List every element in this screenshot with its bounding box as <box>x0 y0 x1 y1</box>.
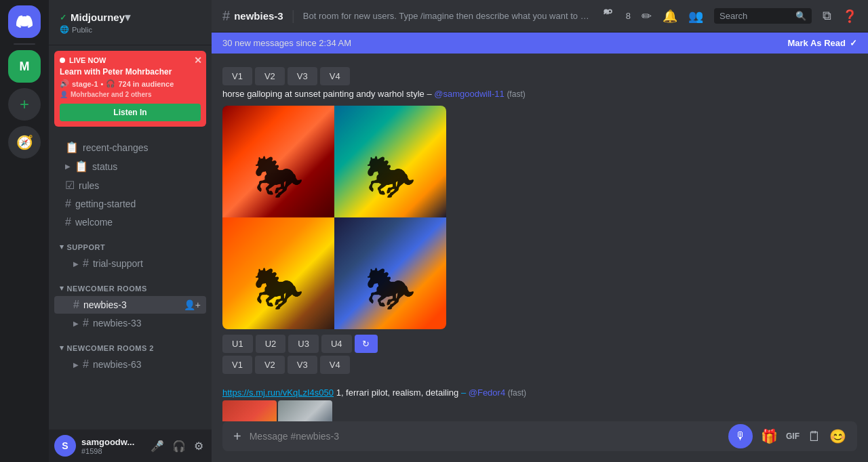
members-list-icon[interactable]: 👥 <box>688 9 703 24</box>
listen-in-button[interactable]: Listen In <box>60 104 201 121</box>
expand-arrow-icon: ▶ <box>73 361 79 369</box>
channel-label: recent-changes <box>83 142 149 153</box>
sidebar-item-status[interactable]: ▶ 📋 status <box>54 157 206 175</box>
v1-button[interactable]: V1 <box>222 356 252 374</box>
collapse-icon: ▾ <box>60 343 64 352</box>
channel-header: # newbies-3 | Bot room for new users. Ty… <box>212 0 868 33</box>
sidebar-item-getting-started[interactable]: # getting-started <box>54 195 206 213</box>
message-description: 1, ferrari pilot, realism, detailing <box>336 387 461 398</box>
channel-label: newbies-63 <box>93 359 142 370</box>
partial-img-1 <box>222 400 277 421</box>
add-member-icon: 👤+ <box>184 299 201 310</box>
channel-label: rules <box>79 180 99 191</box>
sidebar-item-recent-changes[interactable]: 📋 recent-changes <box>54 138 206 156</box>
horse-image-4: 🐎 <box>334 217 446 329</box>
message-link[interactable]: https://s.mj.run/vKqLzI4s050 <box>222 387 334 398</box>
message-input[interactable] <box>250 423 723 449</box>
refresh-button[interactable]: ↻ <box>355 335 378 353</box>
prompt-text: horse galloping at sunset painting andy … <box>222 89 425 99</box>
section-header-newcomer-rooms[interactable]: ▾ NEWCOMER ROOMS <box>49 273 212 295</box>
v4-button-top[interactable]: V4 <box>320 67 350 85</box>
add-attachment-button[interactable]: + <box>231 422 244 451</box>
u3-button[interactable]: U3 <box>288 335 319 353</box>
new-messages-banner[interactable]: 30 new messages since 2:34 AM Mark As Re… <box>212 33 868 54</box>
sidebar-item-newbies-3[interactable]: # newbies-3 👤+ <box>54 296 206 314</box>
live-close-button[interactable]: ✕ <box>194 55 202 66</box>
v1-button-top[interactable]: V1 <box>222 67 252 85</box>
sticker-button[interactable]: 🗒 <box>805 422 824 451</box>
mark-read-icon: ✓ <box>850 38 857 48</box>
section-header-support[interactable]: ▾ SUPPORT <box>49 232 212 254</box>
search-icon: 🔍 <box>795 11 806 21</box>
sidebar-item-newbies-63[interactable]: ▶ # newbies-63 <box>54 356 206 373</box>
mention-fedor[interactable]: @Fedor4 <box>469 387 505 398</box>
server-sidebar: M + 🧭 <box>0 0 49 462</box>
v3-button[interactable]: V3 <box>288 356 317 374</box>
image-grid: 🐎 🐎 🐎 🐎 <box>222 106 446 329</box>
section-header-newcomer-rooms-2[interactable]: ▾ NEWCOMER ROOMS 2 <box>49 333 212 355</box>
message-input-container: + 🎙 🎁 GIF 🗒 😊 <box>222 421 857 451</box>
u2-button[interactable]: U2 <box>256 335 286 353</box>
server-divider <box>14 43 35 45</box>
message-prompt: horse galloping at sunset painting andy … <box>222 88 857 100</box>
sidebar-item-trial-support[interactable]: ▶ # trial-support <box>54 255 206 272</box>
hash-icon: # <box>65 216 71 228</box>
channel-label: trial-support <box>93 258 143 269</box>
message-group-1: V1 V2 V3 V4 horse galloping at sunset pa… <box>212 64 868 379</box>
explore-icon[interactable]: 🧭 <box>8 126 41 159</box>
server-icon-midjourney[interactable]: M <box>8 50 41 83</box>
messages-area[interactable]: V1 V2 V3 V4 horse galloping at sunset pa… <box>212 54 868 421</box>
image-cell-1: 🐎 <box>222 106 334 217</box>
upscale-buttons: U1 U2 U3 U4 ↻ <box>222 335 857 353</box>
settings-button[interactable]: ⚙ <box>191 437 206 455</box>
channel-list: 📋 recent-changes ▶ 📋 status ☑ rules # ge… <box>49 132 212 429</box>
v2-button-top[interactable]: V2 <box>255 67 285 85</box>
emoji-button[interactable]: 😊 <box>827 421 849 451</box>
popout-icon[interactable]: ⧉ <box>823 9 831 23</box>
member-count: 8 <box>626 11 631 21</box>
mention-user[interactable]: @samgoodwill-11 <box>434 89 505 99</box>
notification-icon[interactable]: 🔔 <box>663 9 677 24</box>
u1-button[interactable]: U1 <box>222 335 253 353</box>
avatar: S <box>54 435 76 457</box>
image-cell-4: 🐎 <box>334 217 446 329</box>
channel-description: Bot room for new users. Type /imagine th… <box>303 11 593 21</box>
expand-arrow-icon: ▶ <box>73 320 79 327</box>
search-box[interactable]: Search 🔍 <box>714 8 812 24</box>
help-icon[interactable]: ❓ <box>842 9 857 24</box>
add-server-button[interactable]: + <box>8 88 41 121</box>
sidebar-item-welcome[interactable]: # welcome <box>54 213 206 231</box>
gift-icon-button[interactable]: 🎁 <box>758 421 781 451</box>
v2-button[interactable]: V2 <box>255 356 285 374</box>
channel-label: status <box>92 161 117 172</box>
partial-images <box>222 400 857 421</box>
mark-read-button[interactable]: Mark As Read ✓ <box>788 38 858 48</box>
members-count-icon[interactable] <box>601 7 615 24</box>
server-icon-discord[interactable] <box>8 5 41 38</box>
sidebar-item-rules[interactable]: ☑ rules <box>54 176 206 194</box>
headphones-button[interactable]: 🎧 <box>170 437 189 455</box>
text-channel-icon: 📋 <box>75 160 88 173</box>
text-channel-icon: 📋 <box>65 141 79 154</box>
voice-button[interactable]: 🎙 <box>728 424 753 448</box>
microphone-button[interactable]: 🎤 <box>148 437 167 455</box>
u4-button[interactable]: U4 <box>321 335 352 353</box>
channel-name-header: # newbies-3 <box>222 8 283 24</box>
hash-icon: # <box>222 8 230 24</box>
horse-image-3: 🐎 <box>222 217 334 329</box>
v4-button[interactable]: V4 <box>320 356 350 374</box>
image-cell-3: 🐎 <box>222 217 334 329</box>
v3-button-top[interactable]: V3 <box>288 67 317 85</box>
separator: – <box>427 89 434 99</box>
public-badge: 🌐 Public <box>60 25 130 34</box>
pencil-icon[interactable]: ✏ <box>642 9 652 24</box>
server-header[interactable]: ✓ Midjourney ▾ 🌐 Public <box>49 0 212 45</box>
rules-icon: ☑ <box>65 179 75 192</box>
horse-silhouette-1: 🐎 <box>253 152 304 201</box>
speed-badge: (fast) <box>508 388 526 398</box>
sidebar-item-newbies-33[interactable]: ▶ # newbies-33 <box>54 314 206 332</box>
version-buttons-top: V1 V2 V3 V4 <box>222 67 857 85</box>
partial-img-2 <box>278 400 332 421</box>
server-name: Midjourney <box>71 12 125 23</box>
gif-button[interactable]: GIF <box>783 425 802 448</box>
